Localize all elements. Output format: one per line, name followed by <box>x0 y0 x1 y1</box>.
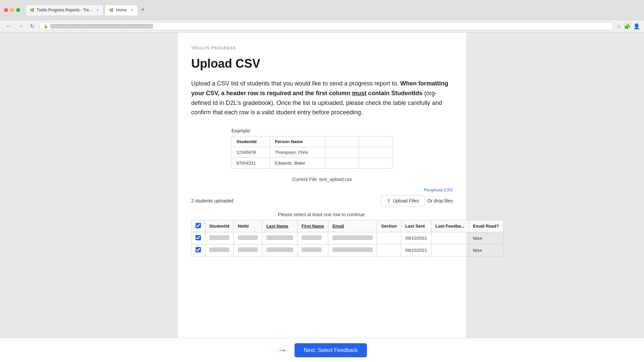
select-all-checkbox[interactable] <box>196 223 201 228</box>
page-wrapper: TRELLIS PROGRESS Upload CSV Upload a CSV… <box>0 33 644 362</box>
example-cell-c4 <box>359 147 392 158</box>
new-tab-button[interactable]: + <box>139 6 147 13</box>
header-checkbox-col <box>192 220 205 232</box>
email-read-cell-1: false <box>469 244 503 256</box>
address-text: ████████████████████████████████████ <box>50 24 153 28</box>
minimize-button[interactable] <box>10 8 14 12</box>
example-label: Example: <box>231 128 453 133</box>
net_id-cell-1 <box>234 244 262 256</box>
upload-controls: ⇧ Upload Files Or drop files <box>381 195 453 206</box>
upload-files-button[interactable]: ⇧ Upload Files <box>381 195 425 206</box>
tab-1[interactable]: 🌿 Trellis Progress Reports - Tre... × <box>25 5 103 15</box>
last-sent-cell-1: 09/10/2021 <box>401 244 431 256</box>
lock-icon: 🔒 <box>44 24 48 28</box>
example-cell-c3b <box>325 158 359 169</box>
header-first-name: First Name <box>298 220 328 232</box>
select-notice: Please select at least one row to contin… <box>191 212 453 217</box>
header-net-id: NetId <box>234 220 262 232</box>
student-table-header-row: StudentId NetId Last Name First Name Ema… <box>192 220 503 232</box>
student_id-cell-0 <box>205 232 234 244</box>
forward-button[interactable]: → <box>16 22 25 30</box>
tab-bar: 🌿 Trellis Progress Reports - Tre... × 🌿 … <box>25 5 640 15</box>
drop-files-text: Or drop files <box>427 198 453 203</box>
example-header-row: StudentId Person Name <box>232 136 392 147</box>
page-title: Upload CSV <box>191 57 453 71</box>
extensions-icon[interactable]: 🧩 <box>624 23 631 29</box>
reload-button[interactable]: ↻ <box>28 22 37 30</box>
upload-btn-label: Upload Files <box>393 198 419 203</box>
section-cell-1 <box>377 244 401 256</box>
example-cell-name1: Thompson, Chris <box>270 147 325 158</box>
example-table: StudentId Person Name 12345678 Thompson,… <box>231 136 392 169</box>
example-cell-id2: 87654321 <box>232 158 270 169</box>
description-underline: must <box>352 90 366 97</box>
header-section: Section <box>377 220 401 232</box>
header-email-read: Email Read? <box>469 220 503 232</box>
example-cell-c3 <box>325 147 359 158</box>
back-button[interactable]: ← <box>4 22 13 30</box>
example-header-col3 <box>325 136 359 147</box>
browser-actions: ☆ 🧩 👤 <box>616 23 640 29</box>
example-row-1: 12345678 Thompson, Chris <box>232 147 392 158</box>
last_name-cell-0 <box>262 232 298 244</box>
last-feedback-cell-0 <box>431 232 469 244</box>
row-checkbox-0[interactable] <box>196 235 201 240</box>
tab1-title: Trellis Progress Reports - Tre... <box>37 8 92 12</box>
net_id-cell-0 <box>234 232 262 244</box>
email-cell-1 <box>328 244 377 256</box>
description: Upload a CSV list of students that you w… <box>191 79 453 117</box>
address-bar[interactable]: 🔒 ████████████████████████████████████ <box>39 22 614 30</box>
description-bold2: contain StudentIds <box>366 90 422 97</box>
description-plain: Upload a CSV list of students that you w… <box>191 80 400 87</box>
last_name-cell-1 <box>262 244 298 256</box>
header-last-sent: Last Sent <box>401 220 431 232</box>
content-area: TRELLIS PROGRESS Upload CSV Upload a CSV… <box>178 33 466 362</box>
row-checkbox-col-1 <box>192 244 205 256</box>
tab2-title: Home <box>116 8 126 12</box>
example-cell-c4b <box>359 158 392 169</box>
bottom-bar: → Next: Select Feedback <box>0 338 644 362</box>
example-row-2: 87654321 Edwards, Blake <box>232 158 392 169</box>
row-checkbox-1[interactable] <box>196 247 201 252</box>
last-feedback-cell-1 <box>431 244 469 256</box>
example-header-personname: Person Name <box>270 136 325 147</box>
header-last-name: Last Name <box>262 220 298 232</box>
profile-icon[interactable]: 👤 <box>633 23 640 29</box>
header-student-id: StudentId <box>205 220 234 232</box>
traffic-lights <box>4 8 20 12</box>
next-button[interactable]: Next: Select Feedback <box>294 343 367 357</box>
example-header-studentid: StudentId <box>232 136 270 147</box>
reupload-csv-link[interactable]: Reupload CSV <box>424 187 453 192</box>
tab2-favicon: 🌿 <box>109 8 114 12</box>
email-cell-0 <box>328 232 377 244</box>
example-section: Example: StudentId Person Name 12345678 <box>191 128 453 169</box>
header-email: Email <box>328 220 377 232</box>
nav-bar: ← → ↻ 🔒 ████████████████████████████████… <box>0 20 644 33</box>
section-cell-0 <box>377 232 401 244</box>
close-button[interactable] <box>4 8 8 12</box>
tab1-favicon: 🌿 <box>30 8 35 12</box>
student-table: StudentId NetId Last Name First Name Ema… <box>191 220 503 256</box>
students-count: 2 students uploaded <box>191 198 233 203</box>
tab-2[interactable]: 🌿 Home × <box>105 5 138 15</box>
browser-chrome: 🌿 Trellis Progress Reports - Tre... × 🌿 … <box>0 0 644 20</box>
maximize-button[interactable] <box>16 8 20 12</box>
brand-label: TRELLIS PROGRESS <box>191 46 453 50</box>
student-row-1: 09/10/2021false <box>192 244 503 256</box>
student_id-cell-1 <box>205 244 234 256</box>
reupload-row: Reupload CSV <box>191 187 453 192</box>
email-read-cell-0: false <box>469 232 503 244</box>
header-last-feedback: Last Feedba... <box>431 220 469 232</box>
tab1-close-icon[interactable]: × <box>96 7 99 13</box>
example-cell-id1: 12345678 <box>232 147 270 158</box>
student-row-0: 09/10/2021false <box>192 232 503 244</box>
last-sent-cell-0: 09/10/2021 <box>401 232 431 244</box>
example-header-col4 <box>359 136 392 147</box>
current-file: Current File: test_upload.csv <box>191 177 453 182</box>
arrow-icon: → <box>277 344 288 356</box>
first_name-cell-1 <box>298 244 328 256</box>
row-checkbox-col-0 <box>192 232 205 244</box>
bookmark-icon[interactable]: ☆ <box>616 23 621 29</box>
first_name-cell-0 <box>298 232 328 244</box>
tab2-close-icon[interactable]: × <box>130 7 133 13</box>
